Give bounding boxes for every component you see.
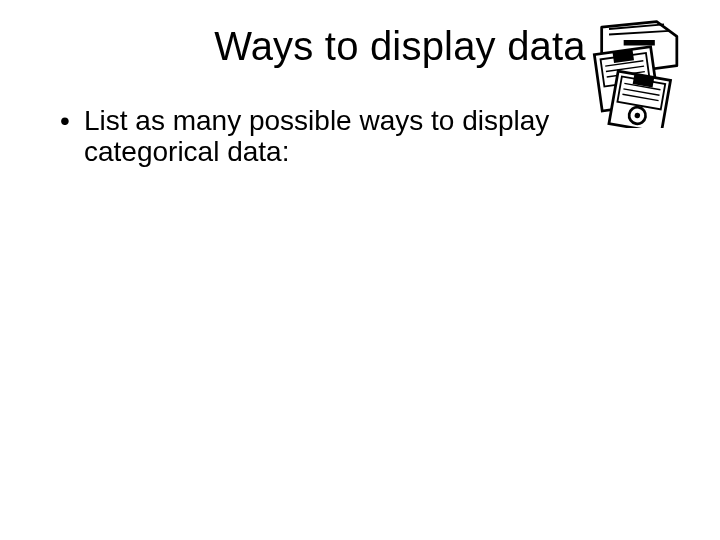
bullet-list: List as many possible ways to display ca…	[40, 105, 680, 168]
slide-body: List as many possible ways to display ca…	[40, 105, 680, 168]
svg-rect-3	[624, 40, 655, 46]
title-row: Ways to display data	[40, 18, 680, 69]
bullet-item: List as many possible ways to display ca…	[64, 105, 604, 168]
slide: Ways to display data	[0, 0, 720, 540]
slide-title: Ways to display data	[214, 24, 586, 69]
